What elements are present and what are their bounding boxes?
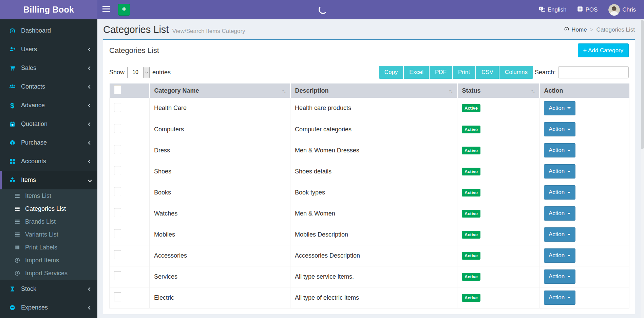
row-checkbox[interactable]	[114, 208, 121, 217]
status-badge: Active	[462, 168, 480, 175]
row-checkbox[interactable]	[114, 250, 121, 259]
row-checkbox[interactable]	[114, 271, 121, 280]
sidebar-subitem-print-labels[interactable]: Print Labels	[0, 241, 97, 254]
sidebar-item-advance[interactable]: $ Advance	[0, 96, 97, 115]
search-input[interactable]	[558, 66, 629, 78]
sort-icon[interactable]: ↑↓	[282, 88, 286, 94]
category-name-cell: Health Care	[150, 98, 290, 119]
column-header-description[interactable]: Description↑↓	[290, 83, 457, 98]
hamburger-icon	[102, 6, 110, 13]
description-cell: All type service items.	[290, 266, 457, 287]
sidebar-item-label: Expenses	[21, 304, 89, 311]
sidebar-item-contacts[interactable]: Contacts	[0, 77, 97, 96]
sidebar-item-users[interactable]: Users	[0, 40, 97, 59]
pos-button[interactable]: POS	[577, 6, 598, 14]
row-checkbox[interactable]	[114, 145, 121, 154]
row-checkbox[interactable]	[114, 292, 121, 301]
cart-icon	[7, 65, 17, 71]
sidebar-subitem-import-items[interactable]: Import Items	[0, 254, 97, 267]
page-length-select[interactable]: 10	[127, 67, 150, 78]
action-dropdown-button[interactable]: Action	[544, 185, 575, 200]
row-checkbox[interactable]	[114, 187, 121, 196]
datatable-tools: Copy Excel PDF Print CSV Columns Search:	[379, 66, 629, 79]
row-checkbox[interactable]	[114, 166, 121, 175]
sort-icon[interactable]: ↑↓	[449, 88, 453, 94]
user-plus-icon	[7, 46, 17, 53]
table-row: Dress Men & Women Dresses Active Action	[110, 140, 629, 161]
sort-icon[interactable]: ↑↓	[531, 88, 535, 94]
sidebar-item-quotation[interactable]: Quotation	[0, 115, 97, 133]
columns-button[interactable]: Columns	[499, 66, 533, 79]
gauge-icon	[564, 26, 569, 33]
sidebar-item-label: Dashboard	[21, 27, 91, 34]
action-dropdown-button[interactable]: Action	[544, 143, 575, 157]
chevron-left-icon	[88, 48, 92, 51]
sidebar-subitem-label: Variants List	[25, 231, 58, 238]
row-checkbox[interactable]	[114, 124, 121, 133]
category-name-cell: Computers	[150, 119, 290, 140]
sidebar-subitem-import-services[interactable]: Import Services	[0, 267, 97, 280]
add-category-button[interactable]: + Add Category	[578, 43, 629, 57]
action-dropdown-button[interactable]: Action	[544, 227, 575, 242]
action-dropdown-button[interactable]: Action	[544, 164, 575, 179]
sidebar-toggle-button[interactable]	[97, 0, 115, 19]
language-menu[interactable]: A English	[539, 6, 567, 14]
action-dropdown-button[interactable]: Action	[544, 101, 575, 115]
pdf-button[interactable]: PDF	[430, 66, 453, 79]
sidebar-item-accounts[interactable]: Accounts	[0, 152, 97, 171]
breadcrumb-home[interactable]: Home	[564, 26, 587, 33]
sidebar-subitem-label: Import Items	[25, 257, 59, 264]
sidebar-subitem-items-list[interactable]: Items List	[0, 189, 97, 202]
select-all-checkbox[interactable]	[114, 85, 121, 94]
category-name-cell: Mobiles	[150, 224, 290, 245]
app-logo[interactable]: Billing Book	[0, 0, 97, 19]
sidebar-subitem-categories-list[interactable]: Categories List	[0, 202, 97, 215]
scrollbar-thumb[interactable]	[641, 20, 644, 149]
column-header-category-name[interactable]: Category Name↑↓	[150, 83, 290, 98]
sidebar-item-purchase[interactable]: Purchase	[0, 133, 97, 152]
status-badge: Active	[462, 104, 480, 112]
action-dropdown-button[interactable]: Action	[544, 248, 575, 263]
sidebar-item-dashboard[interactable]: Dashboard	[0, 21, 97, 40]
sidebar-item-items[interactable]: Items	[0, 171, 97, 189]
sidebar-item-label: Accounts	[21, 158, 89, 165]
status-badge: Active	[462, 210, 480, 218]
row-checkbox[interactable]	[114, 229, 121, 238]
caret-down-icon	[567, 107, 571, 111]
sidebar-item-label: Items	[21, 176, 89, 184]
sidebar-item-stock[interactable]: Stock	[0, 280, 97, 298]
caret-down-icon	[567, 171, 571, 174]
table-row: Shoes Shoes details Active Action	[110, 161, 629, 182]
arrow-circle-left-icon	[13, 270, 22, 276]
panel-title: Categories List	[109, 46, 159, 55]
sidebar-subitem-brands-list[interactable]: Brands List	[0, 215, 97, 228]
description-cell: Computer categories	[290, 119, 457, 140]
copy-button[interactable]: Copy	[379, 66, 404, 79]
plus-square-icon	[577, 6, 583, 14]
cubes-icon	[7, 177, 17, 183]
action-dropdown-button[interactable]: Action	[544, 269, 575, 284]
plus-icon: +	[122, 5, 126, 14]
table-row: Health Care Health care products Active …	[110, 98, 629, 119]
sidebar-item-expenses[interactable]: Expenses	[0, 298, 97, 317]
excel-button[interactable]: Excel	[404, 66, 430, 79]
sidebar-item-sales[interactable]: Sales	[0, 59, 97, 77]
avatar	[608, 4, 620, 16]
action-dropdown-button[interactable]: Action	[544, 291, 575, 305]
user-menu[interactable]: Chris	[608, 4, 636, 16]
language-label: English	[548, 6, 567, 13]
content-header: Categories ListView/Search Items Categor…	[97, 19, 641, 39]
column-header-status[interactable]: Status↑↓	[457, 83, 539, 98]
print-button[interactable]: Print	[453, 66, 476, 79]
caret-down-icon	[567, 150, 571, 153]
page-length-value: 10	[128, 67, 143, 78]
quick-add-button[interactable]: +	[118, 4, 130, 16]
action-dropdown-button[interactable]: Action	[544, 122, 575, 136]
description-cell: Book types	[290, 182, 457, 203]
row-checkbox[interactable]	[114, 103, 121, 112]
action-dropdown-button[interactable]: Action	[544, 206, 575, 221]
csv-button[interactable]: CSV	[476, 66, 499, 79]
table-row: Electric All type of electric items Acti…	[110, 287, 629, 308]
description-cell: Men & Women	[290, 203, 457, 224]
sidebar-subitem-variants-list[interactable]: Variants List	[0, 228, 97, 241]
